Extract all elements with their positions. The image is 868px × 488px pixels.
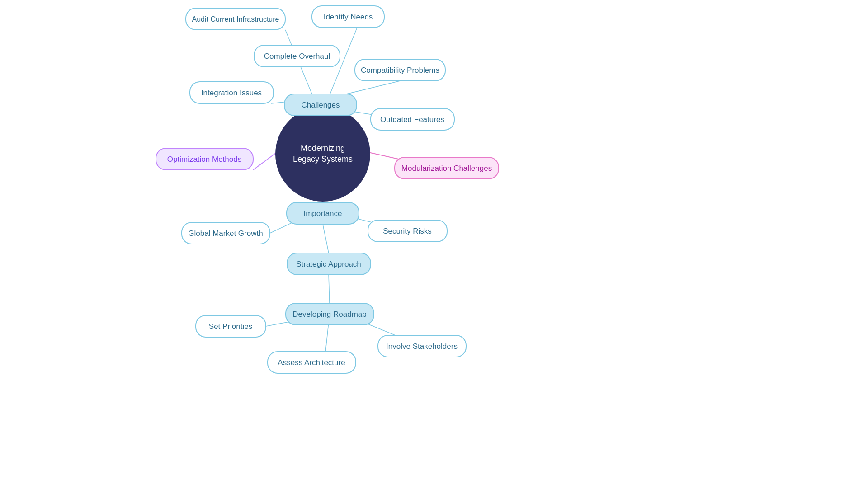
mod-challenges-label: Modularization Challenges [401, 164, 492, 173]
compat-problems-label: Compatibility Problems [361, 66, 439, 75]
importance-label: Importance [303, 209, 342, 218]
svg-line-13 [329, 275, 330, 303]
security-risks-label: Security Risks [383, 227, 432, 235]
integration-issues-label: Integration Issues [201, 89, 262, 97]
opt-methods-label: Optimization Methods [167, 155, 241, 164]
identify-needs-label: Identify Needs [324, 13, 373, 21]
set-priorities-label: Set Priorities [209, 322, 252, 331]
center-label: Modernizing [301, 144, 345, 153]
center-label2: Legacy Systems [293, 155, 353, 164]
global-market-label: Global Market Growth [188, 229, 263, 238]
strategic-approach-label: Strategic Approach [296, 260, 361, 268]
developing-roadmap-label: Developing Roadmap [292, 310, 367, 319]
involve-stakeholders-label: Involve Stakeholders [386, 342, 458, 351]
assess-arch-label: Assess Architecture [278, 358, 345, 367]
center-node [275, 107, 370, 202]
complete-overhaul-label: Complete Overhaul [264, 52, 330, 61]
svg-line-12 [323, 224, 329, 253]
audit-infra-label: Audit Current Infrastructure [192, 15, 279, 23]
challenges-label: Challenges [301, 101, 340, 109]
outdated-features-label: Outdated Features [380, 115, 444, 124]
